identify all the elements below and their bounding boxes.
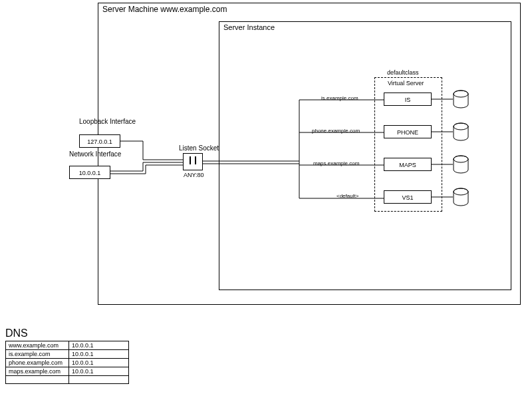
vs-name-2: MAPS xyxy=(399,162,416,168)
dns-ip-0: 10.0.0.1 xyxy=(69,341,129,350)
dns-ip-4 xyxy=(69,376,129,384)
vs-name-1: PHONE xyxy=(397,129,418,136)
dns-ip-2: 10.0.0.1 xyxy=(69,359,129,367)
listen-socket-value: ANY:80 xyxy=(184,172,204,178)
network-ip-text: 10.0.0.1 xyxy=(79,170,101,176)
dns-host-3: maps.example.com xyxy=(6,367,69,376)
vs-name-0: IS xyxy=(405,97,411,103)
vs-host-1: phone.example.com xyxy=(312,128,360,134)
network-label: Network Interface xyxy=(69,150,121,158)
loopback-ip-box: 127.0.0.1 xyxy=(79,134,120,148)
db-icon-0 xyxy=(452,90,469,110)
vs-box-0: IS xyxy=(384,93,432,106)
virtual-server-label: Virtual Server xyxy=(388,80,424,87)
defaultclass-label: defaultclass xyxy=(387,69,419,76)
diagram-stage: Server Machine www.example.com Server In… xyxy=(0,0,532,394)
vs-host-2: maps.example.com xyxy=(313,160,359,166)
table-row: is.example.com10.0.0.1 xyxy=(6,350,129,359)
server-instance-title: Server Instance xyxy=(223,23,275,31)
db-icon-2 xyxy=(452,155,469,175)
dns-host-4 xyxy=(6,376,69,384)
loopback-label: Loopback Interface xyxy=(79,118,136,125)
network-ip-box: 10.0.0.1 xyxy=(69,166,110,179)
listen-socket-label: Listen Socket xyxy=(179,144,219,152)
loopback-ip-text: 127.0.0.1 xyxy=(87,138,112,145)
dns-table: www.example.com10.0.0.1 is.example.com10… xyxy=(5,341,129,384)
table-row: maps.example.com10.0.0.1 xyxy=(6,367,129,376)
db-icon-3 xyxy=(452,188,469,208)
vs-box-3: VS1 xyxy=(384,190,432,204)
dns-host-0: www.example.com xyxy=(6,341,69,350)
table-row xyxy=(6,376,129,384)
dns-host-1: is.example.com xyxy=(6,350,69,359)
vs-name-3: VS1 xyxy=(402,194,413,201)
vs-host-0: is.example.com xyxy=(321,95,358,101)
vs-host-3: <default> xyxy=(336,193,358,199)
db-icon-1 xyxy=(452,122,469,142)
dns-ip-1: 10.0.0.1 xyxy=(69,350,129,359)
dns-ip-3: 10.0.0.1 xyxy=(69,367,129,376)
vs-box-1: PHONE xyxy=(384,125,432,138)
server-machine-title: Server Machine www.example.com xyxy=(102,5,227,14)
listen-socket-box xyxy=(183,153,203,170)
table-row: www.example.com10.0.0.1 xyxy=(6,341,129,350)
dns-title: DNS xyxy=(5,327,28,339)
vs-box-2: MAPS xyxy=(384,158,432,171)
dns-host-2: phone.example.com xyxy=(6,359,69,367)
socket-icon xyxy=(184,154,202,170)
table-row: phone.example.com10.0.0.1 xyxy=(6,359,129,367)
